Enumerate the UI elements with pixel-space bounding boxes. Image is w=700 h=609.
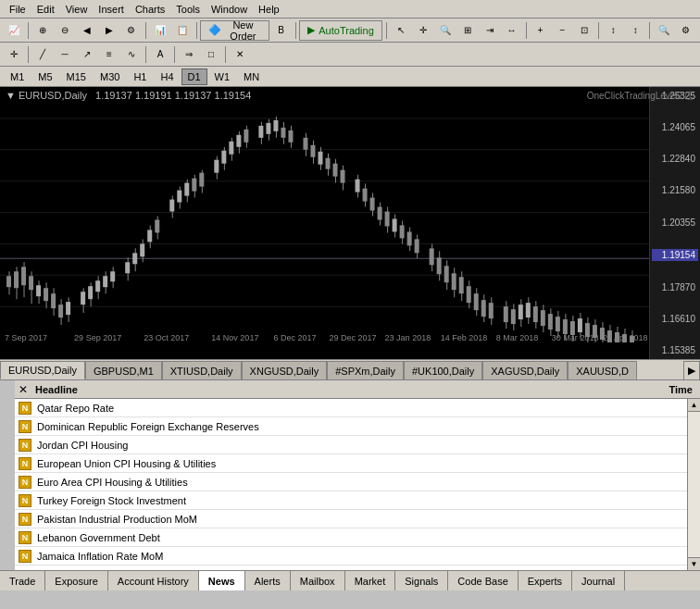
new-order-button[interactable]: 🔷 New Order (200, 20, 269, 41)
autotrading-button[interactable]: ▶ AutoTrading (299, 20, 382, 41)
scroll-left-btn[interactable]: ◀ (77, 20, 97, 41)
zoom-out-btn[interactable]: ⊖ (55, 20, 75, 41)
tab-eurusd-daily[interactable]: EURUSD,Daily (0, 361, 85, 379)
new-chart-btn[interactable]: 📈 (4, 20, 24, 41)
news-icon-0: N (19, 402, 31, 415)
tf-m1[interactable]: M1 (4, 68, 31, 85)
tf-mn[interactable]: MN (237, 68, 266, 85)
rect-btn[interactable]: □ (201, 44, 221, 65)
scroll-up-btn[interactable]: ▲ (688, 399, 700, 412)
svg-rect-56 (199, 173, 204, 187)
tab-xngusd-daily[interactable]: XNGUSD,Daily (242, 361, 328, 379)
buy-btn[interactable]: B (271, 20, 292, 41)
zoom-in2-btn[interactable]: + (530, 20, 550, 41)
crosshair-btn[interactable]: ✛ (413, 20, 433, 41)
hline-btn[interactable]: ─ (55, 44, 75, 65)
line-btn[interactable]: ╱ (32, 44, 53, 65)
menu-tools[interactable]: Tools (170, 2, 206, 17)
bottom-tab-mailbox[interactable]: Mailbox (291, 571, 345, 590)
new-order-label: New Order (225, 19, 260, 42)
tab-xauusd-d[interactable]: XAUUSD,D (568, 361, 637, 379)
news-item-5[interactable]: N Turkey Foreign Stock Investment (15, 491, 700, 510)
svg-rect-132 (526, 303, 531, 317)
tab-scroll-arrow[interactable]: ▶ (683, 361, 700, 379)
news-item-8[interactable]: N Jamaica Inflation Rate MoM (15, 547, 700, 566)
tab-xagusd-daily[interactable]: XAGUSD,Daily (482, 361, 568, 379)
tf-m15[interactable]: M15 (60, 68, 93, 85)
scroll-right-btn[interactable]: ▶ (99, 20, 119, 41)
tf-w1[interactable]: W1 (208, 68, 237, 85)
news-icon-6: N (19, 513, 31, 526)
news-item-4[interactable]: N Euro Area CPI Housing & Utilities (15, 473, 700, 491)
arrow-btn[interactable]: ⇒ (179, 44, 199, 65)
bottom-tab-alerts[interactable]: Alerts (245, 571, 291, 590)
app-window: File Edit View Insert Charts Tools Windo… (0, 0, 700, 590)
tf-m5[interactable]: M5 (31, 68, 58, 85)
templates-btn[interactable]: 📋 (172, 20, 193, 41)
menu-insert[interactable]: Insert (93, 2, 130, 17)
properties-btn[interactable]: ⚙ (121, 20, 142, 41)
menu-help[interactable]: Help (253, 2, 285, 17)
autoscroll-btn[interactable]: ↔ (502, 20, 522, 41)
cursor-btn[interactable]: ↖ (391, 20, 411, 41)
search-btn[interactable]: 🔍 (654, 20, 674, 41)
news-close-btn[interactable]: ✕ (19, 383, 28, 396)
tf-m30[interactable]: M30 (94, 68, 126, 85)
trendline-btn[interactable]: ↗ (77, 44, 97, 65)
bottom-tab-exposure[interactable]: Exposure (45, 571, 107, 590)
zoom-out2-btn[interactable]: − (552, 20, 572, 41)
tab-xtiusd-daily[interactable]: XTIUSD,Daily (162, 361, 242, 379)
scroll-down-btn[interactable]: ▼ (688, 557, 700, 570)
crosshair2-btn[interactable]: ✛ (4, 44, 24, 65)
menu-edit[interactable]: Edit (31, 2, 60, 17)
menu-view[interactable]: View (60, 2, 94, 17)
tf-h4[interactable]: H4 (154, 68, 180, 85)
chart-shift-btn[interactable]: ⇥ (480, 20, 500, 41)
fib-btn[interactable]: ∿ (121, 44, 142, 65)
delete-btn[interactable]: ✕ (230, 44, 250, 65)
menu-file[interactable]: File (4, 2, 31, 17)
bottom-tab-signals[interactable]: Signals (395, 571, 448, 590)
bottom-tab-codebase[interactable]: Code Base (448, 571, 518, 590)
bottom-tab-account-history[interactable]: Account History (108, 571, 199, 590)
channel-btn[interactable]: ≡ (99, 44, 119, 65)
news-item-2[interactable]: N Jordan CPI Housing (15, 436, 700, 454)
menu-charts[interactable]: Charts (130, 2, 170, 17)
tab-uk100-daily[interactable]: #UK100,Daily (404, 361, 482, 379)
bottom-tab-trade[interactable]: Trade (0, 571, 45, 590)
indicators-btn[interactable]: 📊 (150, 20, 170, 41)
news-item-0[interactable]: N Qatar Repo Rate (15, 399, 700, 417)
bottom-tab-market[interactable]: Market (345, 571, 396, 590)
text-btn[interactable]: A (150, 44, 170, 65)
svg-rect-90 (356, 180, 360, 193)
news-item-7[interactable]: N Lebanon Government Debt (15, 528, 700, 547)
period-sep-btn[interactable]: ⊞ (457, 20, 478, 41)
tab-gbpusd-m1[interactable]: GBPUSD,M1 (85, 361, 162, 379)
zoom-in-btn[interactable]: ⊕ (32, 20, 53, 41)
options-btn[interactable]: ⚙ (676, 20, 696, 41)
main-toolbar: 📈 ⊕ ⊖ ◀ ▶ ⚙ 📊 📋 🔷 New Order B ▶ AutoTrad… (0, 19, 700, 43)
news-item-6[interactable]: N Pakistan Industrial Production MoM (15, 510, 700, 528)
scroll-track[interactable] (688, 412, 700, 557)
nav-btn[interactable]: ↕ (603, 20, 623, 41)
candlestick-chart[interactable]: 7 Sep 2017 29 Sep 2017 23 Oct 2017 14 No… (0, 87, 649, 342)
news-icon-8: N (19, 550, 31, 563)
tf-h1[interactable]: H1 (127, 68, 153, 85)
svg-text:7 Sep 2017: 7 Sep 2017 (5, 333, 47, 342)
tf-d1[interactable]: D1 (181, 68, 207, 85)
svg-rect-76 (288, 130, 293, 143)
bottom-tab-journal[interactable]: Journal (572, 571, 625, 590)
zoom-btn[interactable]: 🔍 (435, 20, 456, 41)
svg-text:29 Dec 2017: 29 Dec 2017 (330, 333, 377, 342)
bottom-tab-experts[interactable]: Experts (519, 571, 572, 590)
chart-area[interactable]: ▼ EURUSD,Daily 1.19137 1.19191 1.19137 1… (0, 87, 700, 360)
price-4: 1.21580 (652, 185, 698, 195)
news-item-1[interactable]: N Dominican Republic Foreign Exchange Re… (15, 417, 700, 436)
nav2-btn[interactable]: ↕ (625, 20, 645, 41)
bottom-tab-news[interactable]: News (199, 571, 245, 590)
menu-window[interactable]: Window (206, 2, 253, 17)
tab-spxm-daily[interactable]: #SPXm,Daily (327, 361, 404, 379)
news-scrollbar[interactable]: ▲ ▼ (687, 399, 700, 570)
fit-btn[interactable]: ⊡ (574, 20, 594, 41)
news-item-3[interactable]: N European Union CPI Housing & Utilities (15, 454, 700, 473)
